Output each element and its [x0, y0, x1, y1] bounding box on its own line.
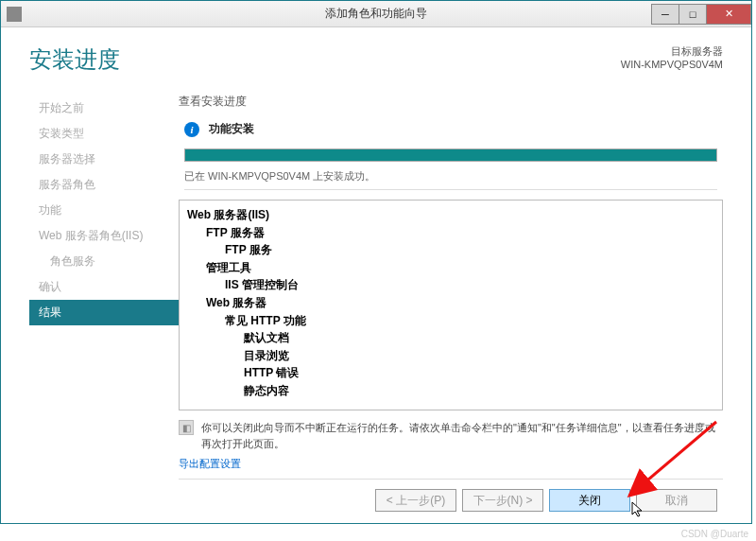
status-message: 已在 WIN-KMPVQPS0V4M 上安装成功。	[184, 169, 717, 190]
hint-text: 你可以关闭此向导而不中断正在运行的任务。请依次单击命令栏中的"通知"和"任务详细…	[201, 420, 723, 451]
tree-node: 默认文档	[187, 329, 714, 347]
hint-row: ◧ 你可以关闭此向导而不中断正在运行的任务。请依次单击命令栏中的"通知"和"任务…	[179, 420, 723, 451]
window-controls: ─ □ ✕	[652, 4, 751, 25]
tree-node: IIS 管理控制台	[187, 276, 714, 294]
tree-node: 静态内容	[187, 382, 714, 400]
button-row: < 上一步(P) 下一步(N) > 关闭 取消	[179, 479, 723, 514]
section-label: 查看安装进度	[179, 94, 723, 110]
target-name: WIN-KMPVQPS0V4M	[621, 59, 723, 70]
tree-node: 目录浏览	[187, 347, 714, 365]
tree-node: 管理工具	[187, 259, 714, 277]
app-icon	[7, 7, 22, 22]
tree-node: HTTP 错误	[187, 364, 714, 382]
maximize-button[interactable]: □	[679, 4, 707, 25]
titlebar[interactable]: 添加角色和功能向导 ─ □ ✕	[1, 1, 751, 27]
tree-node: FTP 服务器	[187, 224, 714, 242]
previous-button[interactable]: < 上一步(P)	[375, 489, 456, 512]
next-button[interactable]: 下一步(N) >	[462, 489, 543, 512]
page-title: 安装进度	[29, 44, 120, 75]
body-row: 开始之前安装类型服务器选择服务器角色功能Web 服务器角色(IIS)角色服务确认…	[29, 94, 723, 514]
sidebar-item[interactable]: 开始之前	[29, 96, 179, 121]
sidebar-item[interactable]: 安装类型	[29, 121, 179, 147]
progress-bar	[184, 148, 717, 162]
sidebar-item[interactable]: 结果	[29, 300, 179, 325]
status-title: 功能安装	[209, 121, 254, 137]
status-row: i 功能安装	[184, 121, 723, 137]
sidebar-item[interactable]: 确认	[29, 274, 179, 300]
info-icon: i	[184, 122, 199, 137]
tree-node: Web 服务器	[187, 294, 714, 312]
close-button[interactable]: 关闭	[549, 489, 630, 512]
feature-tree[interactable]: Web 服务器(IIS)FTP 服务器FTP 服务管理工具IIS 管理控制台We…	[179, 200, 723, 410]
tree-node: Web 服务器(IIS)	[187, 206, 714, 224]
target-label: 目标服务器	[621, 44, 723, 59]
main-area: 安装进度 目标服务器 WIN-KMPVQPS0V4M 开始之前安装类型服务器选择…	[1, 27, 751, 523]
export-config-link[interactable]: 导出配置设置	[179, 457, 723, 471]
tree-node: FTP 服务	[187, 241, 714, 259]
close-window-button[interactable]: ✕	[706, 4, 751, 25]
window-title: 添加角色和功能向导	[325, 6, 427, 22]
minimize-button[interactable]: ─	[651, 4, 679, 25]
wizard-window: 添加角色和功能向导 ─ □ ✕ 安装进度 目标服务器 WIN-KMPVQPS0V…	[0, 0, 752, 524]
wizard-sidebar: 开始之前安装类型服务器选择服务器角色功能Web 服务器角色(IIS)角色服务确认…	[29, 94, 179, 514]
content-area: 安装进度 目标服务器 WIN-KMPVQPS0V4M 开始之前安装类型服务器选择…	[1, 27, 751, 523]
right-panel: 查看安装进度 i 功能安装 已在 WIN-KMPVQPS0V4M 上安装成功。 …	[179, 94, 723, 514]
sidebar-item[interactable]: 功能	[29, 198, 179, 223]
target-info: 目标服务器 WIN-KMPVQPS0V4M	[621, 44, 723, 70]
tree-node: 常见 HTTP 功能	[187, 312, 714, 330]
flag-icon: ◧	[179, 420, 194, 435]
sidebar-item[interactable]: 角色服务	[29, 249, 179, 274]
watermark: CSDN @Duarte	[681, 529, 748, 539]
sidebar-item[interactable]: Web 服务器角色(IIS)	[29, 223, 179, 249]
cancel-button[interactable]: 取消	[636, 489, 717, 512]
sidebar-item[interactable]: 服务器角色	[29, 172, 179, 198]
header-row: 安装进度 目标服务器 WIN-KMPVQPS0V4M	[29, 44, 723, 75]
sidebar-item[interactable]: 服务器选择	[29, 147, 179, 172]
